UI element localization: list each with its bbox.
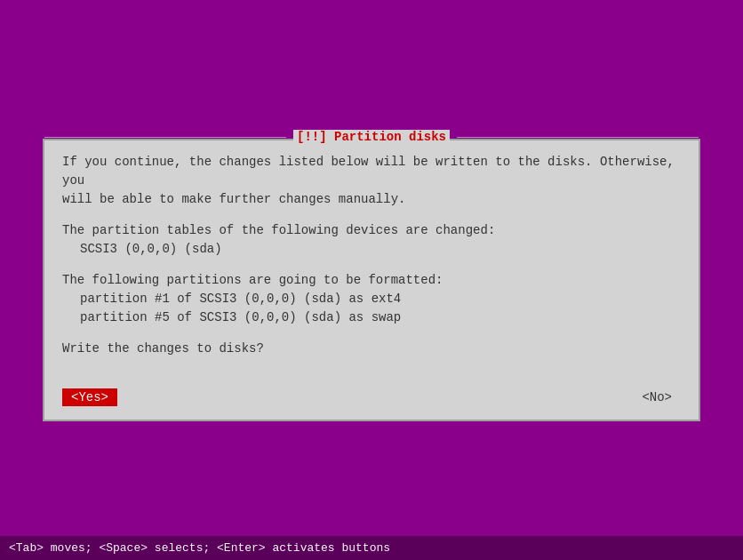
- title-line-right: [457, 137, 699, 138]
- partition-tables-header: The partition tables of the following de…: [62, 221, 681, 240]
- title-line-left: [44, 137, 286, 138]
- question-text: Write the changes to disks?: [62, 340, 681, 358]
- statusbar: <Tab> moves; <Space> selects; <Enter> ac…: [0, 536, 743, 560]
- dialog-body: If you continue, the changes listed belo…: [44, 144, 699, 380]
- partition-tables-item1: SCSI3 (0,0,0) (sda): [62, 240, 681, 259]
- intro-text: If you continue, the changes listed belo…: [62, 153, 681, 209]
- partitions-format-item1: partition #1 of SCSI3 (0,0,0) (sda) as e…: [62, 290, 681, 308]
- partitions-format-item2: partition #5 of SCSI3 (0,0,0) (sda) as s…: [62, 308, 681, 327]
- partitions-format-section: The following partitions are going to be…: [62, 271, 681, 327]
- dialog: [!!] Partition disks If you continue, th…: [43, 139, 700, 421]
- no-button[interactable]: <No>: [633, 388, 681, 406]
- titlebar: [!!] Partition disks: [44, 130, 699, 144]
- dialog-title: [!!] Partition disks: [293, 130, 450, 144]
- yes-button[interactable]: <Yes>: [62, 388, 117, 406]
- button-row: <Yes> <No>: [44, 380, 699, 411]
- screen: [!!] Partition disks If you continue, th…: [0, 0, 743, 560]
- partitions-format-header: The following partitions are going to be…: [62, 271, 681, 290]
- statusbar-text: <Tab> moves; <Space> selects; <Enter> ac…: [9, 541, 390, 555]
- partition-tables-section: The partition tables of the following de…: [62, 221, 681, 259]
